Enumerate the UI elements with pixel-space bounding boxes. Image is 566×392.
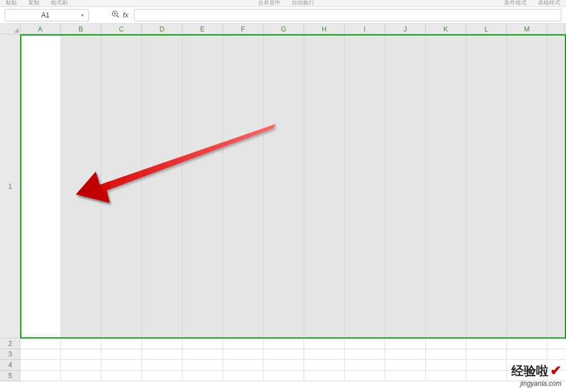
chevron-down-icon[interactable]: ▾ xyxy=(81,12,84,18)
col-header-M[interactable]: M xyxy=(507,24,547,34)
fx-label[interactable]: fx xyxy=(123,11,128,19)
col-header-I[interactable]: I xyxy=(345,24,385,34)
toolbar-label-copy[interactable]: 复制 xyxy=(23,0,45,7)
col-header-H[interactable]: H xyxy=(304,24,345,34)
column-headers: A B C D E F G H I J K L M xyxy=(20,24,566,34)
cell-D1[interactable] xyxy=(142,34,182,338)
col-header-D[interactable]: D xyxy=(142,24,182,34)
formula-input[interactable] xyxy=(134,9,561,21)
cell-A1[interactable] xyxy=(20,34,61,338)
cell-G1[interactable] xyxy=(264,34,304,338)
cell-L1[interactable] xyxy=(466,34,507,338)
formula-bar-row: A1 ▾ fx xyxy=(0,7,566,24)
spreadsheet-grid: A B C D E F G H I J K L M 1 2 3 4 5 xyxy=(0,24,566,392)
row-header-1[interactable]: 1 xyxy=(0,34,20,338)
zoom-icon[interactable] xyxy=(112,10,119,20)
col-header-C[interactable]: C xyxy=(101,24,142,34)
ribbon-toolbar: 粘贴 复制 格式刷 合并居中 自动换行 条件格式 表格样式 xyxy=(0,0,566,7)
toolbar-label-merge[interactable]: 合并居中 xyxy=(252,0,286,7)
col-header-B[interactable]: B xyxy=(61,24,101,34)
checkmark-icon: ✔ xyxy=(550,363,561,378)
row-header-3[interactable]: 3 xyxy=(0,349,20,360)
row-2[interactable] xyxy=(20,338,566,349)
col-header-E[interactable]: E xyxy=(182,24,223,34)
cells-area[interactable] xyxy=(20,34,566,381)
row-4[interactable] xyxy=(20,360,566,371)
cell-K1[interactable] xyxy=(426,34,466,338)
row-1-selected-range[interactable] xyxy=(61,34,566,338)
col-header-A[interactable]: A xyxy=(20,24,61,34)
row-header-4[interactable]: 4 xyxy=(0,360,20,371)
col-header-L[interactable]: L xyxy=(466,24,507,34)
col-header-F[interactable]: F xyxy=(223,24,264,34)
corner-triangle-icon xyxy=(14,28,19,33)
svg-line-1 xyxy=(117,16,119,18)
watermark-url: jingyanla.com xyxy=(511,380,561,387)
cell-E1[interactable] xyxy=(182,34,223,338)
cell-H1[interactable] xyxy=(304,34,345,338)
row-headers: 1 2 3 4 5 xyxy=(0,34,20,381)
toolbar-label-cond-format[interactable]: 条件格式 xyxy=(498,0,532,7)
cell-I1[interactable] xyxy=(345,34,385,338)
cell-M1[interactable] xyxy=(507,34,547,338)
col-header-partial[interactable] xyxy=(547,24,564,34)
watermark-text: 经验啦 xyxy=(511,364,549,378)
toolbar-label-table-style[interactable]: 表格样式 xyxy=(532,0,566,7)
row-header-2[interactable]: 2 xyxy=(0,338,20,349)
row-5[interactable] xyxy=(20,371,566,381)
name-box-value: A1 xyxy=(10,11,81,19)
name-box[interactable]: A1 ▾ xyxy=(5,9,89,21)
col-header-K[interactable]: K xyxy=(426,24,466,34)
cell-J1[interactable] xyxy=(385,34,426,338)
watermark: 经验啦 ✔ jingyanla.com xyxy=(511,363,561,387)
toolbar-label-wrap[interactable]: 自动换行 xyxy=(286,0,320,7)
toolbar-label-format-painter[interactable]: 格式刷 xyxy=(45,0,73,7)
row-3[interactable] xyxy=(20,349,566,360)
toolbar-label-paste[interactable]: 粘贴 xyxy=(0,0,23,7)
col-header-J[interactable]: J xyxy=(385,24,426,34)
col-header-G[interactable]: G xyxy=(264,24,304,34)
select-all-corner[interactable] xyxy=(0,24,20,34)
cell-F1[interactable] xyxy=(223,34,264,338)
cell-C1[interactable] xyxy=(101,34,142,338)
cell-A2[interactable] xyxy=(20,338,61,349)
row-1[interactable] xyxy=(20,34,566,338)
cell-B1[interactable] xyxy=(61,34,101,338)
row-header-5[interactable]: 5 xyxy=(0,371,20,381)
